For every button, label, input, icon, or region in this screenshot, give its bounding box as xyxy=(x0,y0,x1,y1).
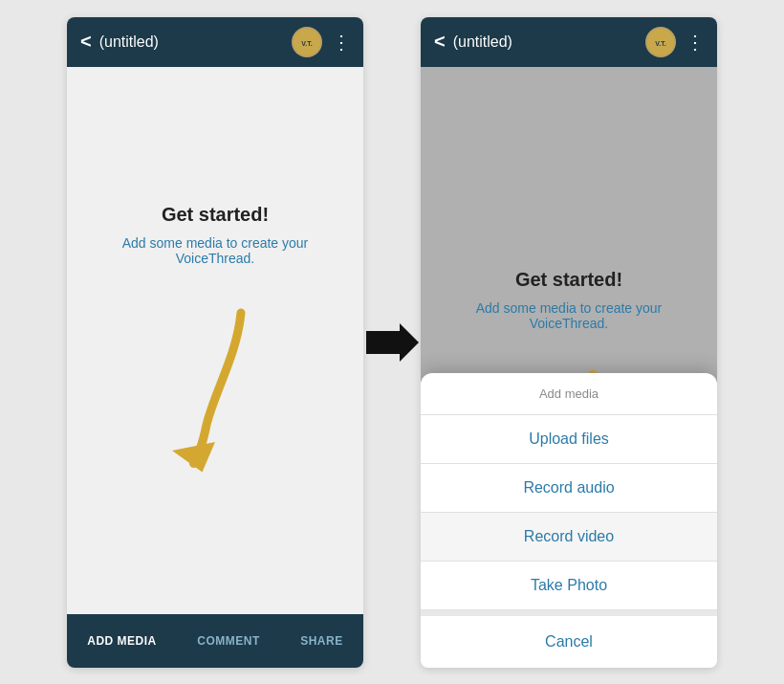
right-topbar: < (untitled) V.T. ⋮ xyxy=(421,17,717,67)
left-topbar: < (untitled) V.T. ⋮ xyxy=(67,17,363,67)
upload-files-option[interactable]: Upload files xyxy=(421,415,717,464)
record-video-option[interactable]: Record video xyxy=(421,513,717,562)
curved-arrow-icon xyxy=(158,304,272,476)
right-back-button[interactable]: < xyxy=(434,31,446,53)
left-back-button[interactable]: < xyxy=(80,31,92,53)
right-topbar-right: V.T. ⋮ xyxy=(645,27,704,57)
right-screen-title: (untitled) xyxy=(453,33,512,51)
add-media-button[interactable]: ADD MEDIA xyxy=(87,634,157,648)
left-bottombar: ADD MEDIA COMMENT SHARE xyxy=(67,614,363,668)
right-get-started-title: Get started! xyxy=(515,269,622,291)
left-logo-icon: V.T. xyxy=(292,27,322,57)
right-phone-screen: < (untitled) V.T. ⋮ Get started! Add som… xyxy=(421,17,717,668)
right-topbar-left: < (untitled) xyxy=(434,31,512,53)
share-button[interactable]: SHARE xyxy=(300,634,343,648)
main-container: < (untitled) V.T. ⋮ Get started! Add som… xyxy=(0,0,784,684)
right-logo-icon: V.T. xyxy=(645,27,676,57)
svg-text:V.T.: V.T. xyxy=(655,40,665,47)
left-screen-title: (untitled) xyxy=(99,33,159,51)
take-photo-option[interactable]: Take Photo xyxy=(421,562,717,610)
modal-title: Add media xyxy=(421,373,717,415)
svg-text:V.T.: V.T. xyxy=(301,40,312,47)
left-menu-button[interactable]: ⋮ xyxy=(332,31,350,54)
left-phone-screen: < (untitled) V.T. ⋮ Get started! Add som… xyxy=(67,17,363,668)
left-topbar-right: V.T. ⋮ xyxy=(292,27,350,57)
right-main-content: Get started! Add some media to create yo… xyxy=(421,67,717,668)
svg-marker-3 xyxy=(366,323,419,362)
record-audio-option[interactable]: Record audio xyxy=(421,464,717,513)
add-media-modal: Add media Upload files Record audio Reco… xyxy=(421,373,717,668)
transition-arrow xyxy=(363,323,421,362)
left-topbar-left: < (untitled) xyxy=(80,31,159,53)
left-get-started-title: Get started! xyxy=(162,204,269,226)
comment-button[interactable]: COMMENT xyxy=(197,634,260,648)
cancel-button[interactable]: Cancel xyxy=(421,610,717,668)
left-main-content: Get started! Add some media to create yo… xyxy=(67,67,363,614)
right-menu-button[interactable]: ⋮ xyxy=(686,31,704,54)
right-get-started-subtitle: Add some media to create your VoiceThrea… xyxy=(440,300,698,331)
left-get-started-subtitle: Add some media to create your VoiceThrea… xyxy=(86,235,344,266)
